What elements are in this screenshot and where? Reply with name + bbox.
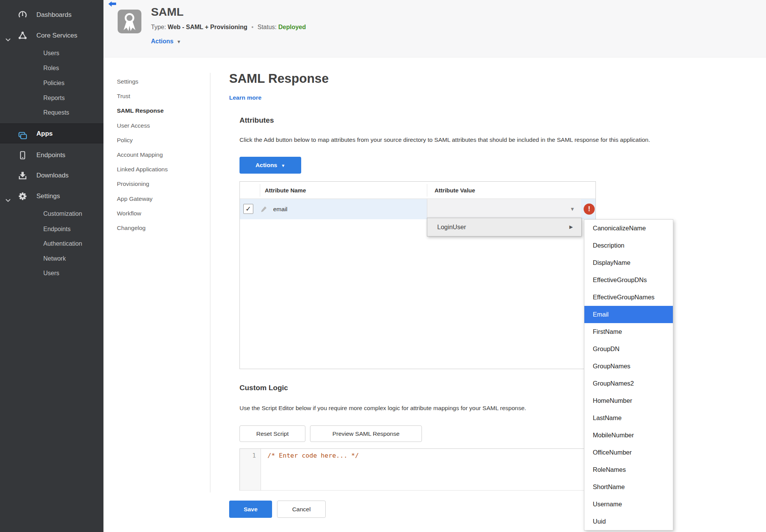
sidebar-item-core-services[interactable]: Core Services: [0, 28, 103, 43]
attribute-value-combobox[interactable]: ▼: [427, 199, 581, 219]
subnav-item-account-mapping[interactable]: Account Mapping: [117, 148, 207, 162]
sidebar-item-downloads[interactable]: Downloads: [0, 168, 103, 183]
sidebar-item-label: Apps: [36, 124, 53, 144]
type-label: Type:: [151, 24, 166, 30]
gear-icon: [18, 191, 28, 201]
attributes-description: Click the Add button below to map attrib…: [239, 136, 738, 143]
page-app-title: SAML: [151, 5, 184, 18]
sidebar-item-label: Dashboards: [36, 8, 72, 22]
submenu-item-effectivegroupdns[interactable]: EffectiveGroupDNs: [584, 271, 673, 289]
table-row[interactable]: ✓ email ▼ !: [240, 199, 595, 219]
submenu-item-rolenames[interactable]: RoleNames: [584, 461, 673, 478]
dashboard-icon: [18, 10, 28, 20]
subnav-item-trust[interactable]: Trust: [117, 89, 207, 103]
sidebar-item-settings-endpoints[interactable]: Endpoints: [43, 222, 103, 236]
sidebar: Dashboards Core Services Users Roles Pol…: [0, 0, 103, 532]
reset-script-button[interactable]: Reset Script: [239, 425, 305, 442]
sidebar-item-users[interactable]: Users: [43, 46, 103, 61]
back-arrow-icon[interactable]: [108, 1, 116, 7]
saml-app-icon: [118, 10, 141, 33]
apps-icon: [18, 129, 28, 139]
app-window: Dashboards Core Services Users Roles Pol…: [0, 0, 766, 532]
app-subnav: Settings Trust SAML Response User Access…: [117, 74, 207, 235]
submenu-item-effectivegroupnames[interactable]: EffectiveGroupNames: [584, 289, 673, 306]
subnav-item-changelog[interactable]: Changelog: [117, 221, 207, 235]
editor-gutter: 1: [240, 449, 261, 490]
submenu-item-officenumber[interactable]: OfficeNumber: [584, 444, 673, 461]
submenu-item-shortname[interactable]: ShortName: [584, 478, 673, 496]
sidebar-item-endpoints[interactable]: Endpoints: [0, 148, 103, 163]
preview-saml-response-button[interactable]: Preview SAML Response: [310, 425, 422, 442]
attributes-actions-button[interactable]: Actions▼: [239, 157, 301, 174]
sidebar-item-network[interactable]: Network: [43, 251, 103, 266]
subnav-item-saml-response[interactable]: SAML Response: [117, 103, 207, 118]
sidebar-item-label: Settings: [36, 189, 60, 204]
submenu-item-groupdn[interactable]: GroupDN: [584, 340, 673, 358]
chevron-down-icon: [5, 33, 11, 39]
submenu-item-firstname[interactable]: FirstName: [584, 323, 673, 340]
submenu-item-mobilenumber[interactable]: MobileNumber: [584, 427, 673, 444]
subnav-divider: [210, 73, 210, 493]
value-dropdown-menu[interactable]: LoginUser ▶: [427, 218, 582, 236]
submenu-item-groupnames[interactable]: GroupNames: [584, 358, 673, 375]
sidebar-item-reports[interactable]: Reports: [43, 91, 103, 105]
sidebar-item-settings[interactable]: Settings: [0, 189, 103, 204]
status-label: Status:: [258, 24, 277, 30]
subnav-item-user-access[interactable]: User Access: [117, 118, 207, 133]
sidebar-item-label: Core Services: [36, 28, 77, 43]
subnav-item-linked-applications[interactable]: Linked Applications: [117, 162, 207, 177]
subnav-item-workflow[interactable]: Workflow: [117, 206, 207, 221]
submenu-item-username[interactable]: Username: [584, 496, 673, 513]
sidebar-item-customization[interactable]: Customization: [43, 207, 103, 221]
caret-down-icon: ▼: [281, 163, 285, 168]
submenu-item-description[interactable]: Description: [584, 237, 673, 254]
attribute-submenu: CanonicalizeName Description DisplayName…: [584, 219, 673, 530]
submenu-item-uuid[interactable]: Uuid: [584, 513, 673, 530]
validation-error-icon: !: [584, 204, 595, 215]
submenu-item-canonicalizename[interactable]: CanonicalizeName: [584, 220, 673, 237]
sidebar-item-policies[interactable]: Policies: [43, 76, 103, 90]
subnav-item-app-gateway[interactable]: App Gateway: [117, 192, 207, 206]
learn-more-link[interactable]: Learn more: [229, 94, 261, 101]
app-meta: Type: Web - SAML + Provisioning • Status…: [151, 24, 306, 31]
subnav-item-settings[interactable]: Settings: [117, 74, 207, 89]
submenu-item-displayname[interactable]: DisplayName: [584, 254, 673, 271]
endpoint-icon: [18, 150, 28, 160]
column-divider: [260, 184, 260, 197]
sidebar-item-requests[interactable]: Requests: [43, 105, 103, 120]
editor-code-line[interactable]: /* Enter code here... */: [267, 452, 359, 459]
attribute-name-cell: email: [273, 199, 287, 219]
sidebar-item-settings-users[interactable]: Users: [43, 266, 103, 281]
sidebar-item-roles[interactable]: Roles: [43, 61, 103, 76]
submenu-item-groupnames2[interactable]: GroupNames2: [584, 375, 673, 392]
caret-down-icon: ▼: [177, 39, 181, 44]
save-button[interactable]: Save: [229, 501, 272, 518]
header-actions-menu[interactable]: Actions▼: [151, 38, 181, 45]
dropdown-item-loginuser: LoginUser: [437, 218, 466, 236]
submenu-item-homenumber[interactable]: HomeNumber: [584, 392, 673, 409]
meta-separator: •: [249, 24, 256, 30]
header-actions-label: Actions: [151, 38, 174, 44]
column-header-attribute-value: Attribute Value: [435, 182, 475, 199]
sidebar-item-dashboards[interactable]: Dashboards: [0, 8, 103, 22]
type-value: Web - SAML + Provisioning: [168, 24, 248, 30]
attributes-table: Attribute Name Attribute Value ✓ email ▼…: [239, 181, 596, 369]
script-editor[interactable]: 1 /* Enter code here... */: [239, 448, 596, 491]
sidebar-item-authentication[interactable]: Authentication: [43, 236, 103, 251]
status-badge: Deployed: [278, 24, 306, 30]
actions-button-label: Actions: [256, 162, 277, 168]
subnav-item-policy[interactable]: Policy: [117, 133, 207, 148]
custom-logic-heading: Custom Logic: [239, 384, 288, 392]
submenu-item-lastname[interactable]: LastName: [584, 409, 673, 427]
row-checkbox[interactable]: ✓: [243, 204, 253, 214]
cancel-button[interactable]: Cancel: [277, 501, 326, 518]
chevron-down-icon: [5, 194, 11, 199]
submenu-item-email[interactable]: Email: [584, 306, 673, 323]
subnav-item-provisioning[interactable]: Provisioning: [117, 177, 207, 191]
core-services-icon: [18, 31, 28, 41]
submenu-arrow-icon: ▶: [569, 218, 573, 236]
edit-pencil-icon[interactable]: [260, 205, 268, 213]
sidebar-item-apps[interactable]: Apps: [0, 123, 103, 143]
line-number: 1: [252, 452, 256, 459]
combobox-caret-icon: ▼: [570, 199, 575, 219]
